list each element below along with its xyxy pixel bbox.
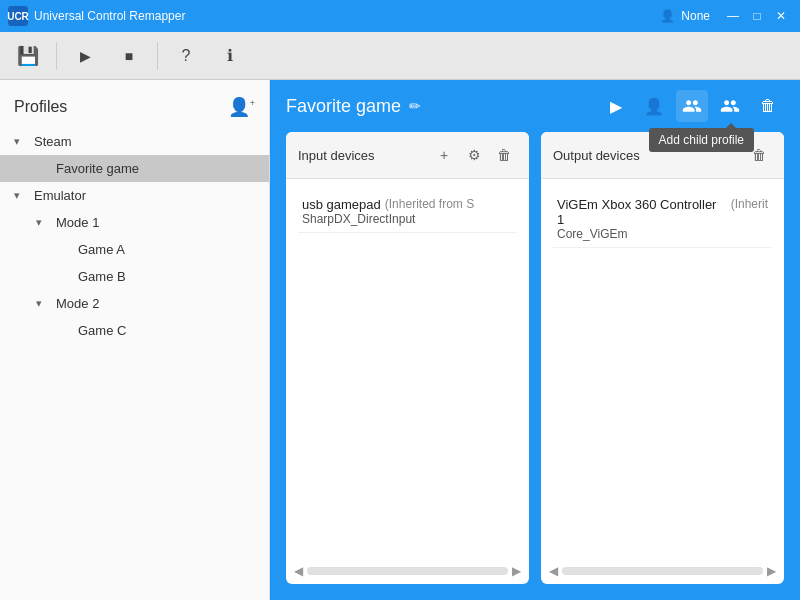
add-input-device-button[interactable]: +: [431, 142, 457, 168]
expand-icon: ▾: [14, 189, 30, 202]
delete-icon: 🗑: [760, 97, 776, 115]
scroll-right-button[interactable]: ▶: [767, 564, 776, 578]
app-title: Universal Control Remapper: [34, 9, 660, 23]
app-icon: UCR: [8, 6, 28, 26]
device-name-row: usb gamepad (Inherited from S: [302, 197, 513, 212]
scroll-left-button[interactable]: ◀: [294, 564, 303, 578]
settings-icon: ⚙: [468, 147, 481, 163]
tree-item[interactable]: Favorite game: [0, 155, 269, 182]
tree-item[interactable]: ▾ Emulator: [0, 182, 269, 209]
edit-icon[interactable]: ✏: [409, 98, 421, 114]
output-card-body: ViGEm Xbox 360 Controller 1 (Inherit Cor…: [541, 179, 784, 558]
sidebar-item-label: Game C: [78, 323, 126, 338]
tree-item[interactable]: Game C: [0, 317, 269, 344]
stop-button[interactable]: ■: [109, 37, 149, 75]
content-panel: Favorite game ✏ ▶ 👤: [270, 80, 800, 600]
scroll-left-button[interactable]: ◀: [549, 564, 558, 578]
add-child-profile-button[interactable]: [676, 90, 708, 122]
group-icon: [720, 96, 740, 116]
toolbar-separator-2: [157, 42, 158, 70]
add-icon: +: [440, 147, 448, 163]
tree-item[interactable]: ▾ Steam: [0, 128, 269, 155]
profile-name: Favorite game: [286, 96, 401, 117]
output-devices-card: Output devices 🗑 ViGEm Xbox 360 Controll…: [541, 132, 784, 584]
username: None: [681, 9, 710, 23]
delete-profile-button[interactable]: 🗑: [752, 90, 784, 122]
sidebar-item-label: Steam: [34, 134, 72, 149]
input-card-header: Input devices + ⚙ 🗑: [286, 132, 529, 179]
close-button[interactable]: ✕: [770, 5, 792, 27]
stop-icon: ■: [125, 48, 133, 64]
input-card-actions: + ⚙ 🗑: [431, 142, 517, 168]
tree-item[interactable]: Game A: [0, 236, 269, 263]
output-card-footer: ◀ ▶: [541, 558, 784, 584]
info-button[interactable]: ℹ: [210, 37, 250, 75]
save-icon: 💾: [17, 45, 39, 67]
settings-input-device-button[interactable]: ⚙: [461, 142, 487, 168]
play-icon: ▶: [80, 48, 91, 64]
delete-icon: 🗑: [497, 147, 511, 163]
help-button[interactable]: ?: [166, 37, 206, 75]
sidebar-item-label: Mode 2: [56, 296, 99, 311]
play-icon: ▶: [610, 97, 622, 116]
profiles-title: Profiles: [14, 98, 67, 116]
minimize-button[interactable]: —: [722, 5, 744, 27]
toolbar-separator-1: [56, 42, 57, 70]
sidebar: Profiles 👤+ ▾ Steam Favorite game ▾ Emul…: [0, 80, 270, 600]
window-controls: — □ ✕: [722, 5, 792, 27]
expand-icon: ▾: [36, 216, 52, 229]
device-driver: SharpDX_DirectInput: [302, 212, 513, 226]
content-header: Favorite game ✏ ▶ 👤: [270, 80, 800, 132]
delete-icon: 🗑: [752, 147, 766, 163]
device-driver: Core_ViGEm: [557, 227, 768, 241]
tree-item[interactable]: ▾ Mode 1: [0, 209, 269, 236]
input-devices-card: Input devices + ⚙ 🗑: [286, 132, 529, 584]
header-actions: ▶ 👤 🗑 Add: [600, 90, 784, 122]
profile-title-area: Favorite game ✏: [286, 96, 421, 117]
scroll-track: [562, 567, 763, 575]
device-inherited: (Inherited from S: [385, 197, 474, 212]
device-inherited: (Inherit: [731, 197, 768, 227]
info-icon: ℹ: [227, 46, 233, 65]
user-section: 👤 None: [660, 9, 710, 23]
input-card-footer: ◀ ▶: [286, 558, 529, 584]
sidebar-item-label: Mode 1: [56, 215, 99, 230]
person-icon: 👤: [644, 97, 664, 116]
sidebar-item-label: Emulator: [34, 188, 86, 203]
tree-item[interactable]: Game B: [0, 263, 269, 290]
sidebar-item-label: Game A: [78, 242, 125, 257]
device-name: usb gamepad: [302, 197, 381, 212]
user-icon: 👤: [660, 9, 675, 23]
input-devices-title: Input devices: [298, 148, 375, 163]
expand-icon: ▾: [14, 135, 30, 148]
input-device-item[interactable]: usb gamepad (Inherited from S SharpDX_Di…: [298, 191, 517, 233]
add-child-profile-tooltip: Add child profile: [649, 128, 754, 152]
save-button[interactable]: 💾: [8, 37, 48, 75]
sidebar-header: Profiles 👤+: [0, 88, 269, 128]
add-child-profile-icon: [682, 96, 702, 116]
titlebar: UCR Universal Control Remapper 👤 None — …: [0, 0, 800, 32]
output-devices-title: Output devices: [553, 148, 640, 163]
device-name-row: ViGEm Xbox 360 Controller 1 (Inherit: [557, 197, 768, 227]
input-card-body: usb gamepad (Inherited from S SharpDX_Di…: [286, 179, 529, 558]
scroll-right-button[interactable]: ▶: [512, 564, 521, 578]
maximize-button[interactable]: □: [746, 5, 768, 27]
delete-input-device-button[interactable]: 🗑: [491, 142, 517, 168]
device-name: ViGEm Xbox 360 Controller 1: [557, 197, 727, 227]
add-profile-icon[interactable]: 👤+: [228, 96, 255, 118]
scroll-track: [307, 567, 508, 575]
play-button[interactable]: ▶: [65, 37, 105, 75]
main-layout: Profiles 👤+ ▾ Steam Favorite game ▾ Emul…: [0, 80, 800, 600]
help-icon: ?: [182, 47, 191, 65]
group-button[interactable]: [714, 90, 746, 122]
tree-item[interactable]: ▾ Mode 2: [0, 290, 269, 317]
cards-area: Input devices + ⚙ 🗑: [270, 132, 800, 600]
expand-icon: ▾: [36, 297, 52, 310]
person-button[interactable]: 👤: [638, 90, 670, 122]
sidebar-item-label: Favorite game: [56, 161, 139, 176]
sidebar-item-label: Game B: [78, 269, 126, 284]
toolbar: 💾 ▶ ■ ? ℹ: [0, 32, 800, 80]
play-profile-button[interactable]: ▶: [600, 90, 632, 122]
output-device-item[interactable]: ViGEm Xbox 360 Controller 1 (Inherit Cor…: [553, 191, 772, 248]
